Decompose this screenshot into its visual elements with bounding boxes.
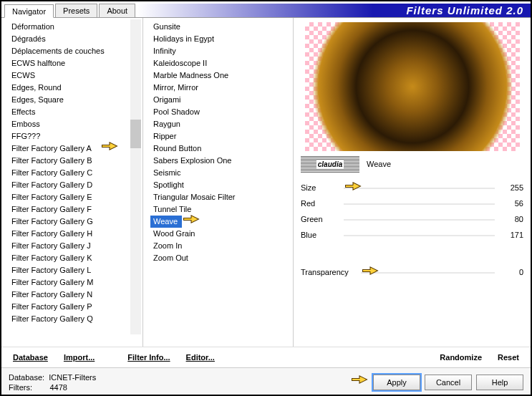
filter-info-button[interactable]: Filter Info...: [122, 350, 175, 364]
editor-button[interactable]: Editor...: [180, 350, 221, 364]
help-button[interactable]: Help: [476, 375, 523, 390]
tab-about[interactable]: About: [99, 4, 135, 17]
category-list[interactable]: DéformationDégradésDéplacements de couch…: [1, 18, 142, 347]
cancel-button[interactable]: Cancel: [425, 375, 472, 390]
category-item[interactable]: Filter Factory Gallery Q: [9, 313, 142, 325]
category-item[interactable]: Filter Factory Gallery J: [9, 240, 142, 252]
category-item[interactable]: Filter Factory Gallery G: [9, 216, 142, 228]
category-scrollbar[interactable]: [130, 19, 141, 334]
category-item[interactable]: Emboss: [9, 118, 142, 130]
param-transparency[interactable]: Transparency 0: [301, 264, 523, 280]
import-button[interactable]: Import...: [58, 350, 100, 364]
filter-item[interactable]: Holidays in Egypt: [150, 33, 293, 45]
filter-item[interactable]: Raygun: [150, 118, 293, 130]
category-item[interactable]: Filter Factory Gallery M: [9, 276, 142, 289]
category-item[interactable]: Filter Factory Gallery B: [9, 155, 142, 167]
database-button[interactable]: Database: [7, 350, 54, 364]
category-item[interactable]: Filter Factory Gallery N: [9, 289, 142, 301]
app-title: Filters Unlimited 2.0: [137, 4, 531, 17]
preview-image: [305, 22, 520, 151]
filter-item[interactable]: Infinity: [150, 45, 293, 57]
category-item[interactable]: ECWS: [9, 69, 142, 82]
pointer-icon: [361, 266, 379, 279]
filter-item[interactable]: Origami: [150, 94, 293, 106]
category-item[interactable]: Filter Factory Gallery H: [9, 228, 142, 240]
category-item[interactable]: Filter Factory Gallery D: [9, 179, 142, 191]
category-item[interactable]: Filter Factory Gallery L: [9, 264, 142, 276]
tab-navigator[interactable]: Navigator: [4, 4, 54, 18]
filter-item[interactable]: Seismic: [150, 167, 293, 179]
pointer-icon: [350, 375, 369, 387]
category-item[interactable]: Effects: [9, 106, 142, 118]
category-item[interactable]: Edges, Round: [9, 82, 142, 94]
scrollbar-thumb[interactable]: [130, 120, 141, 148]
category-item[interactable]: Filter Factory Gallery P: [9, 301, 142, 313]
category-item[interactable]: Filter Factory Gallery E: [9, 191, 142, 203]
vendor-logo: claudia: [301, 155, 359, 173]
category-item[interactable]: ECWS halftone: [9, 57, 142, 69]
filter-item[interactable]: Zoom In: [150, 240, 293, 252]
apply-button[interactable]: Apply: [373, 375, 420, 390]
filter-item[interactable]: Spotlight: [150, 179, 293, 191]
filter-item[interactable]: Wood Grain: [150, 228, 293, 240]
current-filter-name: Weave: [367, 160, 391, 168]
filter-list[interactable]: GunsiteHolidays in EgyptInfinityKaleidos…: [143, 18, 293, 347]
filter-item[interactable]: Gunsite: [150, 21, 293, 33]
reset-button[interactable]: Reset: [492, 350, 525, 364]
category-item[interactable]: Filter Factory Gallery A: [9, 143, 142, 155]
category-item[interactable]: Déplacements de couches: [9, 45, 142, 57]
filter-item[interactable]: Triangular Mosaic Filter: [150, 191, 293, 203]
filter-item[interactable]: Marble Madness One: [150, 69, 293, 82]
category-item[interactable]: Dégradés: [9, 33, 142, 45]
pointer-icon: [182, 214, 200, 227]
filter-item[interactable]: Kaleidoscope II: [150, 57, 293, 69]
filter-item[interactable]: Zoom Out: [150, 252, 293, 264]
pointer-icon: [344, 181, 362, 194]
pointer-icon: [100, 141, 119, 154]
filter-item[interactable]: Round Button: [150, 143, 293, 155]
param-red[interactable]: Red 56: [301, 195, 523, 211]
footer-info: Database: ICNET-Filters Filters: 4478: [9, 372, 96, 392]
filter-item[interactable]: Weave: [150, 216, 182, 228]
param-size[interactable]: Size 255: [301, 180, 523, 195]
filter-item[interactable]: Ripper: [150, 130, 293, 143]
category-item[interactable]: FFG???: [9, 130, 142, 143]
category-item[interactable]: Edges, Square: [9, 94, 142, 106]
tab-presets[interactable]: Presets: [55, 4, 97, 17]
param-green[interactable]: Green 80: [301, 211, 523, 227]
category-item[interactable]: Filter Factory Gallery F: [9, 203, 142, 216]
filter-item[interactable]: Pool Shadow: [150, 106, 293, 118]
filter-item[interactable]: Tunnel Tile: [150, 203, 293, 216]
category-item[interactable]: Filter Factory Gallery K: [9, 252, 142, 264]
param-blue[interactable]: Blue 171: [301, 227, 523, 243]
filter-item[interactable]: Mirror, Mirror: [150, 82, 293, 94]
randomize-button[interactable]: Randomize: [434, 350, 488, 364]
filter-item[interactable]: Sabers Explosion One: [150, 155, 293, 167]
category-item[interactable]: Filter Factory Gallery C: [9, 167, 142, 179]
category-item[interactable]: Déformation: [9, 21, 142, 33]
